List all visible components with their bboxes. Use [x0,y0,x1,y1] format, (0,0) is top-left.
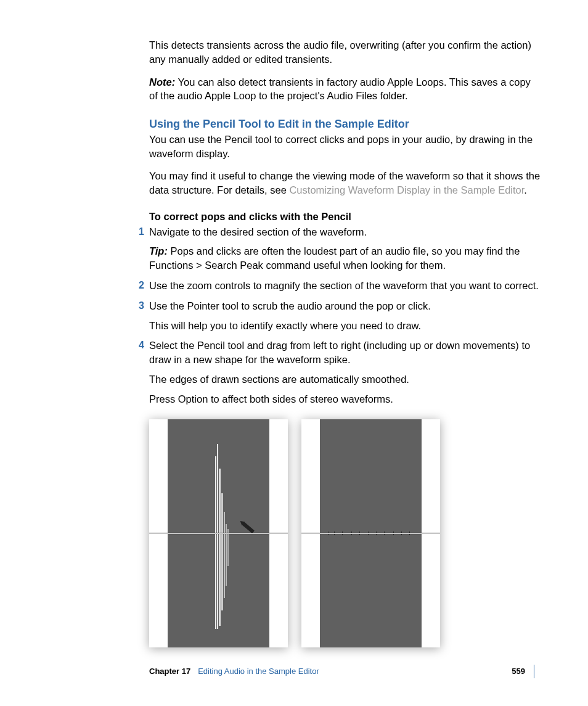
tip-label: Tip: [149,245,168,257]
step-3: Use the Pointer tool to scrub the audio … [149,299,541,333]
figures-row [149,419,541,647]
waveform-centerline [149,533,288,534]
xref-link[interactable]: Customizing Waveform Display in the Samp… [289,184,524,195]
section-p1: You can use the Pencil tool to correct c… [149,133,541,161]
chapter-label: Chapter 17 [149,666,190,677]
note-label: Note: [149,76,175,88]
step-1: Navigate to the desired section of the w… [149,225,541,273]
step-text: Use the zoom controls to magnify the sec… [149,279,541,293]
waveform-after-figure [301,419,440,647]
section-p2-b: . [524,184,527,195]
step-extra-text: Press Option to affect both sides of ste… [149,392,541,406]
step-text: Use the Pointer tool to scrub the audio … [149,299,541,313]
note-paragraph: Note: You can also detect transients in … [149,75,541,104]
step-4: Select the Pencil tool and drag from lef… [149,339,541,406]
note-text: You can also detect transients in factor… [149,76,531,102]
chapter-title: Editing Audio in the Sample Editor [198,666,319,677]
waveform-centerline [301,533,440,534]
step-extra-text: This will help you to identify exactly w… [149,319,541,333]
intro-paragraph: This detects transients across the audio… [149,38,541,67]
step-2: Use the zoom controls to magnify the sec… [149,279,541,293]
step-text: Select the Pencil tool and drag from lef… [149,339,541,367]
step-text: Navigate to the desired section of the w… [149,225,541,239]
section-heading: Using the Pencil Tool to Edit in the Sam… [149,117,541,132]
page-number: 559 [512,666,525,677]
sub-heading: To correct pops and clicks with the Penc… [149,210,541,224]
step-extra-text: The edges of drawn sections are automati… [149,372,541,387]
step-tip: Tip: Pops and clicks are often the loude… [149,244,541,273]
footer-rule-icon [534,665,534,678]
page-footer: Chapter 17 Editing Audio in the Sample E… [149,665,541,678]
section-p2: You may find it useful to change the vie… [149,169,541,197]
waveform-before-figure [149,419,288,647]
tip-text: Pops and clicks are often the loudest pa… [149,245,520,271]
steps-list: Navigate to the desired section of the w… [149,225,541,406]
